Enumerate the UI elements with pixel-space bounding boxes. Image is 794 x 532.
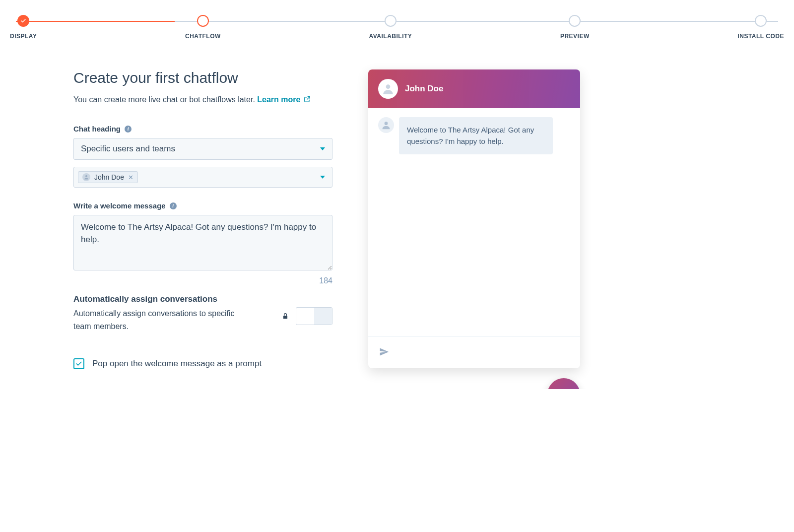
step-chatflow[interactable]: CHATFLOW <box>185 15 221 40</box>
step-circle-icon <box>569 15 581 27</box>
lock-icon <box>282 312 289 320</box>
step-label: DISPLAY <box>10 33 37 40</box>
assign-helper-text: Automatically assign conversations to sp… <box>73 307 252 332</box>
checkbox-checked-icon[interactable] <box>73 358 84 369</box>
step-label: AVAILABILITY <box>369 33 412 40</box>
step-availability[interactable]: AVAILABILITY <box>369 15 412 40</box>
check-icon <box>17 15 29 27</box>
svg-rect-1 <box>283 316 287 319</box>
chat-agent-name: John Doe <box>405 84 443 94</box>
character-counter: 184 <box>73 276 332 285</box>
page-subtext: You can create more live chat or bot cha… <box>73 95 332 105</box>
auto-assign-toggle[interactable] <box>296 307 332 325</box>
subtext-text: You can create more live chat or bot cha… <box>73 95 255 104</box>
info-icon[interactable]: i <box>125 126 132 133</box>
svg-point-2 <box>386 84 391 89</box>
toggle-on-half <box>296 308 314 325</box>
user-chip: John Doe ✕ <box>78 171 138 183</box>
avatar-icon <box>378 79 398 99</box>
step-circle-icon <box>755 15 767 27</box>
chat-message-bubble: Welcome to The Artsy Alpaca! Got any que… <box>399 117 553 154</box>
wizard-stepper: DISPLAY CHATFLOW AVAILABILITY PREVIEW IN… <box>0 0 794 40</box>
chevron-down-icon <box>320 147 325 150</box>
chat-heading-select[interactable]: Specific users and teams <box>73 138 332 160</box>
pop-open-checkbox-row[interactable]: Pop open the welcome message as a prompt <box>73 358 332 369</box>
chat-preview-widget: John Doe Welcome to The Artsy Alpaca! Go… <box>368 69 580 368</box>
checkbox-label: Pop open the welcome message as a prompt <box>92 359 262 369</box>
info-icon[interactable]: i <box>170 202 177 209</box>
step-preview[interactable]: PREVIEW <box>560 15 590 40</box>
chat-body: Welcome to The Artsy Alpaca! Got any que… <box>368 108 580 336</box>
step-circle-icon <box>197 15 209 27</box>
learn-more-label: Learn more <box>257 95 300 104</box>
learn-more-link[interactable]: Learn more <box>257 95 311 104</box>
select-value: Specific users and teams <box>81 144 175 154</box>
svg-point-3 <box>385 122 388 125</box>
welcome-message-textarea[interactable] <box>73 215 332 270</box>
chat-header: John Doe <box>368 69 580 108</box>
label-text: Chat heading <box>73 125 121 133</box>
send-icon[interactable] <box>379 347 389 359</box>
toggle-off-half <box>314 308 332 325</box>
chip-name: John Doe <box>94 173 124 181</box>
close-chat-fab[interactable] <box>547 378 580 389</box>
avatar-icon <box>82 173 90 181</box>
external-link-icon <box>304 96 311 105</box>
page-title: Create your first chatflow <box>73 69 332 86</box>
close-icon <box>557 388 570 389</box>
svg-point-0 <box>85 175 87 177</box>
step-label: CHATFLOW <box>185 33 221 40</box>
chevron-down-icon <box>320 176 325 179</box>
chat-heading-label: Chat heading i <box>73 125 332 133</box>
chat-input-footer[interactable] <box>368 336 580 368</box>
label-text: Write a welcome message <box>73 201 166 210</box>
welcome-message-label: Write a welcome message i <box>73 201 332 210</box>
remove-chip-button[interactable]: ✕ <box>128 174 133 181</box>
step-display[interactable]: DISPLAY <box>10 15 37 40</box>
assign-section-title: Automatically assign conversations <box>73 294 332 304</box>
step-label: PREVIEW <box>560 33 590 40</box>
step-circle-icon <box>385 15 397 27</box>
step-install-code[interactable]: INSTALL CODE <box>737 15 784 40</box>
users-multiselect[interactable]: John Doe ✕ <box>73 167 332 188</box>
step-label: INSTALL CODE <box>737 33 784 40</box>
avatar-icon <box>378 117 394 133</box>
